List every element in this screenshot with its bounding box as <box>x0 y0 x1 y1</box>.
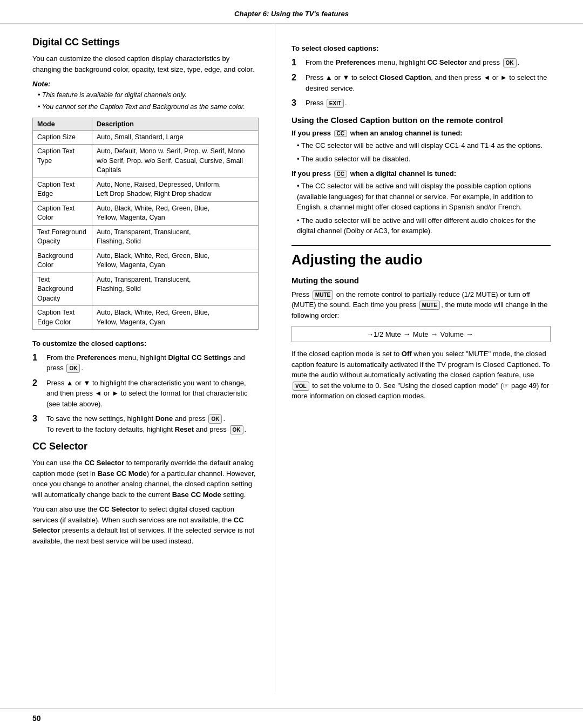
mute-btn-icon: MUTE <box>313 290 333 300</box>
table-cell-mode: BackgroundColor <box>33 249 92 273</box>
ok-btn-icon: OK <box>66 364 80 373</box>
mute-btn-icon-2: MUTE <box>419 301 440 310</box>
vol-btn-icon: VOL <box>293 382 309 391</box>
table-cell-mode: Caption TextEdge <box>33 178 92 201</box>
digital-bullets: The CC selector will be active and will … <box>292 181 551 236</box>
table-cell-mode: Caption Size <box>33 130 92 145</box>
page-number: 50 <box>32 714 41 723</box>
table-cell-desc: Auto, Black, White, Red, Green, Blue,Yel… <box>92 306 259 330</box>
mute-flow-diagram: →1/2 Mute → Mute → Volume → <box>292 326 551 342</box>
select-captions-heading: To select closed captions: <box>292 43 551 54</box>
mute-flow-item-3: Volume <box>440 330 464 338</box>
table-row: Text BackgroundOpacityAuto, Transparent,… <box>33 273 259 306</box>
chapter-header: Chapter 6: Using the TV's features <box>0 0 583 24</box>
select-captions-steps: 1 From the Preferences menu, highlight C… <box>292 57 551 110</box>
cc-icon-digital: CC <box>334 171 347 178</box>
digital-cc-intro: You can customize the closed caption dis… <box>32 53 259 74</box>
select-step-2: 2 Press ▲ or ▼ to select Closed Caption,… <box>292 72 551 93</box>
table-cell-mode: Text ForegroundOpacity <box>33 225 92 249</box>
table-row: Text ForegroundOpacityAuto, Transparent,… <box>33 225 259 249</box>
table-cell-desc: Auto, Black, White, Red, Green, Blue,Yel… <box>92 201 259 225</box>
ok-btn-icon-2: OK <box>208 414 222 424</box>
muting-para2: If the closed caption mode is set to Off… <box>292 349 551 402</box>
digital-heading: If you press CC when a digital channel i… <box>292 169 551 178</box>
digital-bullet-1: The CC selector will be active and will … <box>297 181 551 213</box>
exit-btn-icon: EXIT <box>327 99 344 108</box>
table-cell-desc: Auto, Default, Mono w. Serif, Prop. w. S… <box>92 145 259 178</box>
table-row: Caption TextColorAuto, Black, White, Red… <box>33 201 259 225</box>
table-cell-mode: Caption TextEdge Color <box>33 306 92 330</box>
mute-arrow-3: → <box>466 330 473 338</box>
page: Chapter 6: Using the TV's features Digit… <box>0 0 583 728</box>
note-list: This feature is available for digital ch… <box>32 90 259 112</box>
select-step-1: 1 From the Preferences menu, highlight C… <box>292 57 551 69</box>
cc-selector-para2: You can also use the CC Selector to sele… <box>32 504 259 546</box>
table-col-desc: Description <box>92 118 259 130</box>
table-cell-desc: Auto, Small, Standard, Large <box>92 130 259 145</box>
table-row: Caption TextEdgeAuto, None, Raised, Depr… <box>33 178 259 201</box>
table-row: Caption TextTypeAuto, Default, Mono w. S… <box>33 145 259 178</box>
using-cc-title: Using the Closed Caption button on the r… <box>292 115 551 125</box>
analog-bullet-2: The audio selector will be disabled. <box>297 154 551 165</box>
table-cell-desc: Auto, Black, White, Red, Green, Blue,Yel… <box>92 249 259 273</box>
note-block: Note: This feature is available for digi… <box>32 80 259 112</box>
customize-steps: 1 From the Preferences menu, highlight D… <box>32 352 259 435</box>
mute-arrow-1: → <box>403 330 411 338</box>
table-row: Caption SizeAuto, Small, Standard, Large <box>33 130 259 145</box>
analog-bullets: The CC selector will be active and will … <box>292 140 551 164</box>
settings-table: Mode Description Caption SizeAuto, Small… <box>32 118 259 330</box>
left-column: Digital CC Settings You can customize th… <box>0 24 275 692</box>
chapter-title: Chapter 6: Using the TV's features <box>234 10 349 18</box>
mute-arrow-2: → <box>431 330 438 338</box>
note-item-1: This feature is available for digital ch… <box>38 90 259 100</box>
table-cell-mode: Caption TextColor <box>33 201 92 225</box>
select-step-3: 3 Press EXIT. <box>292 98 551 109</box>
mute-flow-item-1: →1/2 Mute <box>367 330 401 338</box>
analog-bullet-1: The CC selector will be active and will … <box>297 140 551 151</box>
page-ref-icon: ☞ <box>503 382 509 390</box>
table-cell-mode: Caption TextType <box>33 145 92 178</box>
right-column: To select closed captions: 1 From the Pr… <box>275 24 583 692</box>
muting-para: Press MUTE on the remote control to part… <box>292 289 551 321</box>
muting-sound-title: Muting the sound <box>292 276 551 285</box>
customize-step-3: 3 To save the new settings, highlight Do… <box>32 413 259 434</box>
table-cell-mode: Text BackgroundOpacity <box>33 273 92 306</box>
mute-flow-item-2: Mute <box>413 330 429 338</box>
adjusting-audio-title: Adjusting the audio <box>292 251 551 268</box>
cc-selector-para1: You can use the CC Selector to temporari… <box>32 458 259 500</box>
customize-heading: To customize the closed captions: <box>32 338 259 349</box>
table-cell-desc: Auto, None, Raised, Depressed, Uniform,L… <box>92 178 259 201</box>
ok-btn-right-1: OK <box>503 58 517 67</box>
digital-cc-title: Digital CC Settings <box>32 37 259 48</box>
table-row: BackgroundColorAuto, Black, White, Red, … <box>33 249 259 273</box>
digital-bullet-2: The audio selector will be active and wi… <box>297 215 551 236</box>
customize-step-1: 1 From the Preferences menu, highlight D… <box>32 352 259 373</box>
footer: 50 <box>0 708 583 728</box>
table-row: Caption TextEdge ColorAuto, Black, White… <box>33 306 259 330</box>
cc-icon-analog: CC <box>334 130 347 137</box>
adjusting-audio-section: Adjusting the audio Muting the sound Pre… <box>292 245 551 402</box>
table-cell-desc: Auto, Transparent, Translucent,Flashing,… <box>92 225 259 249</box>
note-label: Note: <box>32 80 50 88</box>
customize-step-2: 2 Press ▲ or ▼ to highlight the characte… <box>32 378 259 410</box>
table-cell-desc: Auto, Transparent, Translucent,Flashing,… <box>92 273 259 306</box>
cc-selector-title: CC Selector <box>32 441 259 452</box>
note-item-2: You cannot set the Caption Text and Back… <box>38 102 259 112</box>
ok-btn-icon-3: OK <box>230 425 243 434</box>
content-area: Digital CC Settings You can customize th… <box>0 24 583 708</box>
analog-heading: If you press CC when an analog channel i… <box>292 129 551 137</box>
table-col-mode: Mode <box>33 118 92 130</box>
